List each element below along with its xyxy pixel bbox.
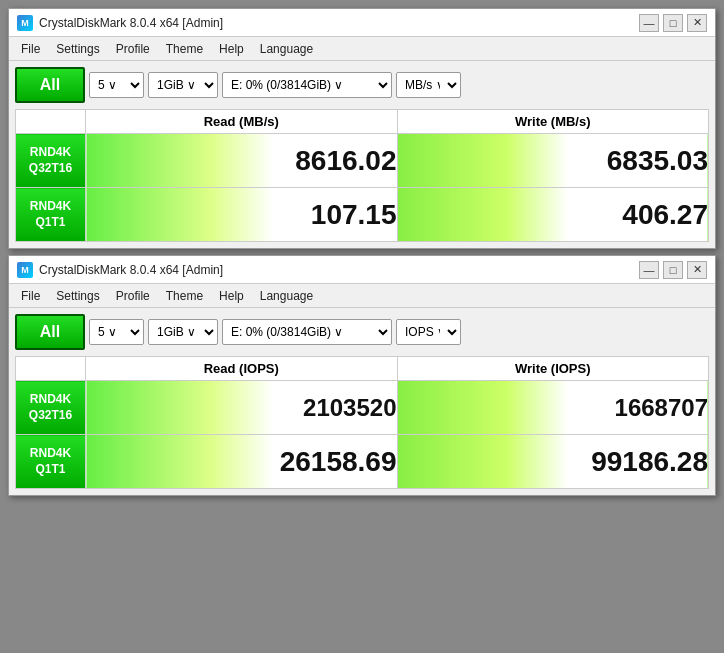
menu-theme-1[interactable]: Theme	[158, 40, 211, 58]
menu-settings-2[interactable]: Settings	[48, 287, 107, 305]
read-value-2-1: 26158.69	[86, 435, 398, 489]
row-label-2-1: RND4K Q1T1	[16, 435, 86, 489]
read-value-1-0: 8616.02	[86, 134, 398, 188]
window-title-1: CrystalDiskMark 8.0.4 x64 [Admin]	[39, 16, 223, 30]
title-bar-left-2: M CrystalDiskMark 8.0.4 x64 [Admin]	[17, 262, 223, 278]
read-header-1: Read (MB/s)	[86, 110, 398, 134]
menu-profile-2[interactable]: Profile	[108, 287, 158, 305]
maximize-button-1[interactable]: □	[663, 14, 683, 32]
table-row: RND4K Q1T1 107.15 406.27	[16, 188, 709, 242]
unit-select-1[interactable]: MB/s ∨	[396, 72, 461, 98]
row-label-2-0: RND4K Q32T16	[16, 381, 86, 435]
close-button-2[interactable]: ✕	[687, 261, 707, 279]
table-row: RND4K Q32T16 8616.02 6835.03	[16, 134, 709, 188]
data-table-1: Read (MB/s) Write (MB/s) RND4K Q32T16 86…	[15, 109, 709, 242]
menu-theme-2[interactable]: Theme	[158, 287, 211, 305]
menu-help-1[interactable]: Help	[211, 40, 252, 58]
drive-select-1[interactable]: E: 0% (0/3814GiB) ∨	[222, 72, 392, 98]
app-icon-1: M	[17, 15, 33, 31]
close-button-1[interactable]: ✕	[687, 14, 707, 32]
write-value-2-1: 99186.28	[397, 435, 709, 489]
table-row: RND4K Q32T16 2103520 1668707	[16, 381, 709, 435]
controls-row-2: All 5 ∨ 1GiB ∨ E: 0% (0/3814GiB) ∨ IOPS …	[15, 314, 709, 350]
app-icon-2: M	[17, 262, 33, 278]
write-header-2: Write (IOPS)	[397, 357, 709, 381]
runs-select-1[interactable]: 5 ∨	[89, 72, 144, 98]
data-table-2: Read (IOPS) Write (IOPS) RND4K Q32T16 21…	[15, 356, 709, 489]
row-label-1-0: RND4K Q32T16	[16, 134, 86, 188]
controls-row-1: All 5 ∨ 1GiB ∨ E: 0% (0/3814GiB) ∨ MB/s …	[15, 67, 709, 103]
title-bar-2: M CrystalDiskMark 8.0.4 x64 [Admin] — □ …	[9, 256, 715, 284]
content-1: All 5 ∨ 1GiB ∨ E: 0% (0/3814GiB) ∨ MB/s …	[9, 61, 715, 248]
title-bar-left-1: M CrystalDiskMark 8.0.4 x64 [Admin]	[17, 15, 223, 31]
window-title-2: CrystalDiskMark 8.0.4 x64 [Admin]	[39, 263, 223, 277]
title-controls-2: — □ ✕	[639, 261, 707, 279]
menu-bar-2: File Settings Profile Theme Help Languag…	[9, 284, 715, 308]
row-label-1-1: RND4K Q1T1	[16, 188, 86, 242]
table-row: RND4K Q1T1 26158.69 99186.28	[16, 435, 709, 489]
title-controls-1: — □ ✕	[639, 14, 707, 32]
read-value-1-1: 107.15	[86, 188, 398, 242]
runs-select-2[interactable]: 5 ∨	[89, 319, 144, 345]
write-value-1-1: 406.27	[397, 188, 709, 242]
menu-help-2[interactable]: Help	[211, 287, 252, 305]
corner-header-2	[16, 357, 86, 381]
maximize-button-2[interactable]: □	[663, 261, 683, 279]
size-select-2[interactable]: 1GiB ∨	[148, 319, 218, 345]
menu-profile-1[interactable]: Profile	[108, 40, 158, 58]
minimize-button-2[interactable]: —	[639, 261, 659, 279]
all-button-2[interactable]: All	[15, 314, 85, 350]
menu-settings-1[interactable]: Settings	[48, 40, 107, 58]
minimize-button-1[interactable]: —	[639, 14, 659, 32]
drive-select-2[interactable]: E: 0% (0/3814GiB) ∨	[222, 319, 392, 345]
size-select-1[interactable]: 1GiB ∨	[148, 72, 218, 98]
window-2: M CrystalDiskMark 8.0.4 x64 [Admin] — □ …	[8, 255, 716, 496]
menu-file-1[interactable]: File	[13, 40, 48, 58]
read-header-2: Read (IOPS)	[86, 357, 398, 381]
menu-file-2[interactable]: File	[13, 287, 48, 305]
read-value-2-0: 2103520	[86, 381, 398, 435]
content-2: All 5 ∨ 1GiB ∨ E: 0% (0/3814GiB) ∨ IOPS …	[9, 308, 715, 495]
corner-header-1	[16, 110, 86, 134]
write-value-1-0: 6835.03	[397, 134, 709, 188]
unit-select-2[interactable]: IOPS ∨	[396, 319, 461, 345]
write-header-1: Write (MB/s)	[397, 110, 709, 134]
window-1: M CrystalDiskMark 8.0.4 x64 [Admin] — □ …	[8, 8, 716, 249]
menu-language-2[interactable]: Language	[252, 287, 321, 305]
title-bar-1: M CrystalDiskMark 8.0.4 x64 [Admin] — □ …	[9, 9, 715, 37]
write-value-2-0: 1668707	[397, 381, 709, 435]
menu-language-1[interactable]: Language	[252, 40, 321, 58]
all-button-1[interactable]: All	[15, 67, 85, 103]
menu-bar-1: File Settings Profile Theme Help Languag…	[9, 37, 715, 61]
